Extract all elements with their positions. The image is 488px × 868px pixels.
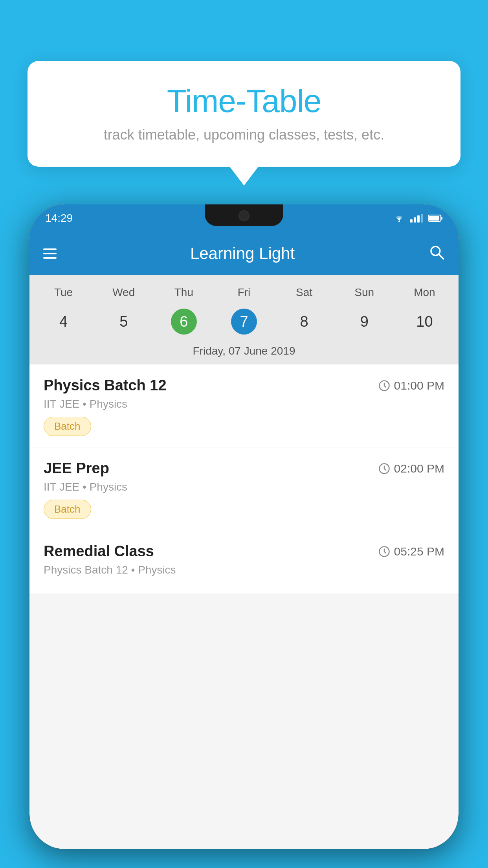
speech-bubble-subtitle: track timetable, upcoming classes, tests…	[51, 127, 437, 143]
day-label-tue: Tue	[33, 283, 94, 302]
menu-line-2	[43, 253, 57, 254]
day-6-today[interactable]: 6	[154, 304, 214, 339]
schedule-item-3-subtitle: Physics Batch 12 • Physics	[44, 564, 444, 576]
wifi-icon	[393, 213, 405, 223]
time-label-2: 02:00 PM	[394, 462, 444, 475]
speech-bubble-title: Time-Table	[51, 83, 437, 120]
svg-point-0	[398, 221, 400, 222]
day-labels: Tue Wed Thu Fri Sat Sun Mon	[29, 283, 459, 302]
schedule-list: Physics Batch 12 01:00 PM IIT JEE • Phys…	[29, 364, 459, 594]
day-label-sun: Sun	[334, 283, 394, 302]
day-5[interactable]: 5	[94, 304, 154, 339]
batch-badge-2: Batch	[44, 500, 91, 519]
hamburger-menu-button[interactable]	[43, 248, 57, 259]
svg-rect-2	[441, 217, 442, 220]
schedule-item-1-time: 01:00 PM	[378, 379, 444, 392]
schedule-item-2-time: 02:00 PM	[378, 462, 444, 475]
time-label-3: 05:25 PM	[394, 545, 444, 558]
schedule-item-1-header: Physics Batch 12 01:00 PM	[44, 377, 444, 394]
menu-line-1	[43, 248, 57, 250]
phone-frame: 14:29	[29, 204, 459, 849]
day-4[interactable]: 4	[33, 304, 94, 339]
schedule-item-1[interactable]: Physics Batch 12 01:00 PM IIT JEE • Phys…	[29, 364, 459, 447]
app-bar: Learning Light	[29, 232, 459, 275]
schedule-item-3-header: Remedial Class 05:25 PM	[44, 543, 444, 560]
schedule-item-2-title: JEE Prep	[44, 460, 109, 477]
schedule-item-1-title: Physics Batch 12	[44, 377, 167, 394]
clock-icon-2	[378, 463, 390, 474]
time-label-1: 01:00 PM	[394, 379, 444, 392]
svg-rect-3	[429, 216, 439, 221]
day-numbers: 4 5 6 7 8 9 10	[29, 304, 459, 339]
calendar-week: Tue Wed Thu Fri Sat Sun Mon 4 5 6 7 8 9 …	[29, 275, 459, 364]
battery-icon	[428, 214, 443, 222]
phone-camera	[238, 210, 250, 221]
day-label-thu: Thu	[154, 283, 214, 302]
day-label-fri: Fri	[214, 283, 274, 302]
day-label-sat: Sat	[274, 283, 334, 302]
schedule-item-3-title: Remedial Class	[44, 543, 154, 560]
search-icon	[428, 244, 445, 260]
app-bar-title: Learning Light	[68, 244, 416, 263]
schedule-item-1-subtitle: IIT JEE • Physics	[44, 398, 444, 410]
schedule-item-2-header: JEE Prep 02:00 PM	[44, 460, 444, 477]
svg-line-5	[439, 254, 443, 259]
speech-bubble: Time-Table track timetable, upcoming cla…	[28, 61, 460, 167]
day-label-mon: Mon	[394, 283, 455, 302]
day-9[interactable]: 9	[334, 304, 394, 339]
schedule-item-3-time: 05:25 PM	[378, 545, 444, 558]
phone-screen: 14:29	[29, 204, 459, 849]
menu-line-3	[43, 257, 57, 259]
status-icons	[393, 213, 443, 223]
day-7-selected[interactable]: 7	[214, 304, 274, 339]
status-time: 14:29	[45, 212, 73, 224]
day-label-wed: Wed	[94, 283, 154, 302]
schedule-item-3[interactable]: Remedial Class 05:25 PM Physics Batch 12…	[29, 530, 459, 594]
phone-notch	[205, 204, 283, 226]
schedule-item-2-subtitle: IIT JEE • Physics	[44, 481, 444, 493]
search-button[interactable]	[428, 244, 445, 264]
selected-date-label: Friday, 07 June 2019	[29, 339, 459, 364]
day-10[interactable]: 10	[394, 304, 455, 339]
batch-badge-1: Batch	[44, 417, 91, 436]
phone-wrapper: 14:29	[29, 204, 459, 868]
day-8[interactable]: 8	[274, 304, 334, 339]
clock-icon-1	[378, 380, 390, 392]
schedule-item-2[interactable]: JEE Prep 02:00 PM IIT JEE • Physics Batc…	[29, 447, 459, 530]
signal-icon	[410, 214, 423, 223]
clock-icon-3	[378, 546, 390, 557]
